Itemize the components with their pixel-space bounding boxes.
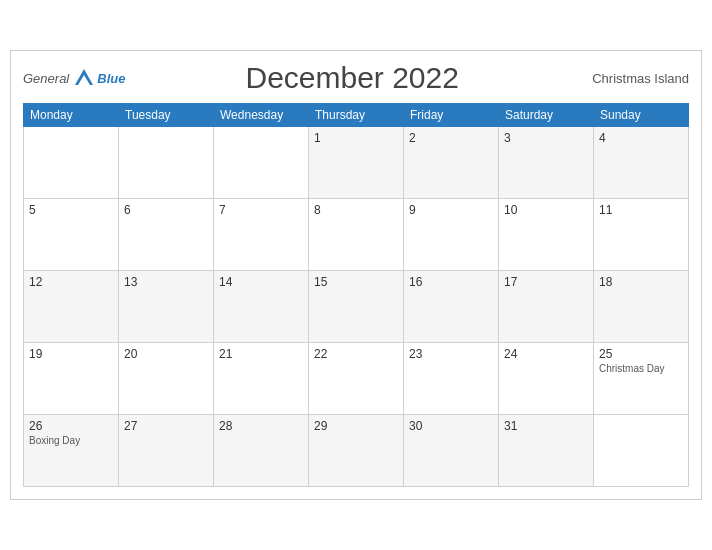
- day-number: 5: [29, 203, 113, 217]
- weekday-header-wednesday: Wednesday: [214, 104, 309, 127]
- day-number: 26: [29, 419, 113, 433]
- day-number: 8: [314, 203, 398, 217]
- holiday-label: Boxing Day: [29, 435, 113, 447]
- calendar-cell: 3: [499, 127, 594, 199]
- day-number: 19: [29, 347, 113, 361]
- calendar-cell: 18: [594, 271, 689, 343]
- day-number: 23: [409, 347, 493, 361]
- day-number: 2: [409, 131, 493, 145]
- day-number: 11: [599, 203, 683, 217]
- calendar-cell: 30: [404, 415, 499, 487]
- calendar-cell: 28: [214, 415, 309, 487]
- day-number: 21: [219, 347, 303, 361]
- day-number: 25: [599, 347, 683, 361]
- day-number: 17: [504, 275, 588, 289]
- day-number: 22: [314, 347, 398, 361]
- calendar-wrapper: General Blue December 2022 Christmas Isl…: [10, 50, 702, 500]
- calendar-cell: 12: [24, 271, 119, 343]
- day-number: 16: [409, 275, 493, 289]
- day-number: 24: [504, 347, 588, 361]
- calendar-cell: 7: [214, 199, 309, 271]
- calendar-cell: 13: [119, 271, 214, 343]
- calendar-cell: 27: [119, 415, 214, 487]
- calendar-cell: 23: [404, 343, 499, 415]
- calendar-cell: 14: [214, 271, 309, 343]
- calendar-cell: 9: [404, 199, 499, 271]
- calendar-cell: 10: [499, 199, 594, 271]
- calendar-cell: 2: [404, 127, 499, 199]
- calendar-cell: 5: [24, 199, 119, 271]
- week-row-5: 26Boxing Day2728293031: [24, 415, 689, 487]
- calendar-cell: 15: [309, 271, 404, 343]
- day-number: 7: [219, 203, 303, 217]
- calendar-cell: 31: [499, 415, 594, 487]
- day-number: 30: [409, 419, 493, 433]
- calendar-cell: 26Boxing Day: [24, 415, 119, 487]
- location-label: Christmas Island: [579, 71, 689, 86]
- weekday-header-saturday: Saturday: [499, 104, 594, 127]
- day-number: 18: [599, 275, 683, 289]
- day-number: 4: [599, 131, 683, 145]
- week-row-2: 567891011: [24, 199, 689, 271]
- day-number: 15: [314, 275, 398, 289]
- calendar-cell: 20: [119, 343, 214, 415]
- calendar-cell: [24, 127, 119, 199]
- week-row-3: 12131415161718: [24, 271, 689, 343]
- calendar-cell: 17: [499, 271, 594, 343]
- day-number: 3: [504, 131, 588, 145]
- calendar-cell: 11: [594, 199, 689, 271]
- day-number: 6: [124, 203, 208, 217]
- logo: General Blue: [23, 67, 125, 89]
- calendar-cell: 29: [309, 415, 404, 487]
- calendar-cell: [594, 415, 689, 487]
- calendar-cell: 4: [594, 127, 689, 199]
- day-number: 13: [124, 275, 208, 289]
- logo-blue-text: Blue: [97, 71, 125, 86]
- day-number: 1: [314, 131, 398, 145]
- week-row-1: 1234: [24, 127, 689, 199]
- calendar-cell: 21: [214, 343, 309, 415]
- weekday-header-row: MondayTuesdayWednesdayThursdayFridaySatu…: [24, 104, 689, 127]
- day-number: 9: [409, 203, 493, 217]
- day-number: 20: [124, 347, 208, 361]
- logo-icon: [73, 67, 95, 89]
- calendar-cell: 22: [309, 343, 404, 415]
- calendar-grid: MondayTuesdayWednesdayThursdayFridaySatu…: [23, 103, 689, 487]
- day-number: 29: [314, 419, 398, 433]
- holiday-label: Christmas Day: [599, 363, 683, 375]
- weekday-header-tuesday: Tuesday: [119, 104, 214, 127]
- calendar-cell: 25Christmas Day: [594, 343, 689, 415]
- weekday-header-sunday: Sunday: [594, 104, 689, 127]
- week-row-4: 19202122232425Christmas Day: [24, 343, 689, 415]
- weekday-header-thursday: Thursday: [309, 104, 404, 127]
- day-number: 10: [504, 203, 588, 217]
- calendar-cell: 24: [499, 343, 594, 415]
- weekday-header-friday: Friday: [404, 104, 499, 127]
- calendar-header: General Blue December 2022 Christmas Isl…: [23, 61, 689, 95]
- day-number: 27: [124, 419, 208, 433]
- logo-general-text: General: [23, 71, 69, 86]
- calendar-cell: [214, 127, 309, 199]
- day-number: 14: [219, 275, 303, 289]
- calendar-cell: 1: [309, 127, 404, 199]
- calendar-cell: [119, 127, 214, 199]
- calendar-cell: 8: [309, 199, 404, 271]
- calendar-cell: 16: [404, 271, 499, 343]
- day-number: 28: [219, 419, 303, 433]
- month-title: December 2022: [125, 61, 579, 95]
- calendar-cell: 6: [119, 199, 214, 271]
- day-number: 12: [29, 275, 113, 289]
- calendar-cell: 19: [24, 343, 119, 415]
- weekday-header-monday: Monday: [24, 104, 119, 127]
- day-number: 31: [504, 419, 588, 433]
